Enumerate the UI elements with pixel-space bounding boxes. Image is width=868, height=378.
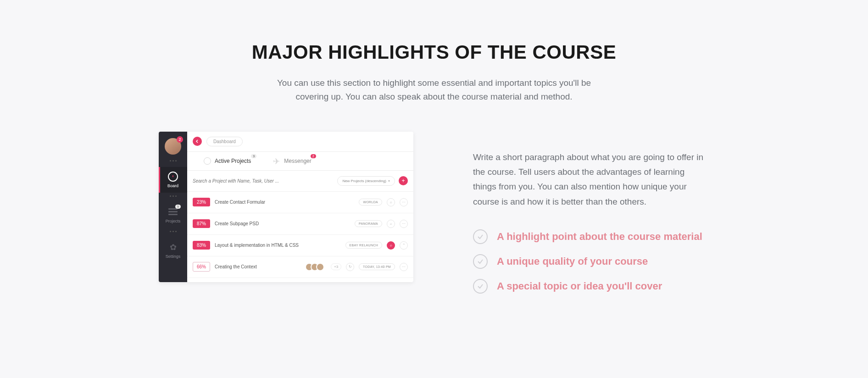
tab-badge: 2 [311,154,316,158]
check-icon [473,254,488,269]
search-icon[interactable]: ⌕ [387,220,395,228]
highlight-text: A highlight point about the course mater… [497,231,702,243]
highlight-item: A highlight point about the course mater… [473,229,709,244]
tab-active-projects[interactable]: Active Projects 9 [193,152,262,170]
more-icon[interactable]: ⋯ [400,220,408,228]
row-title: Create Contact Formular [215,200,354,205]
avatar-badge: 2 [177,136,183,143]
highlight-item: A special topic or idea you'll cover [473,279,709,294]
section-title: MAJOR HIGHLIGHTS OF THE COURSE [159,41,709,63]
dots-icon [170,231,177,232]
tab-bar: Active Projects 9 ✈ Messenger 2 [187,152,413,171]
tab-label: Active Projects [215,158,251,164]
tab-label: Messenger [284,158,311,164]
nav-label: Projects [166,219,181,223]
highlight-text: A special topic or idea you'll cover [497,280,662,292]
search-input[interactable] [193,178,337,183]
chevron-left-icon [195,139,200,144]
topbar: Dashboard [187,132,413,152]
extra-count: +3 [331,263,341,270]
highlight-text: A unique quality of your course [497,256,648,267]
more-icon[interactable]: ⋯ [400,198,408,206]
back-button[interactable] [193,137,202,146]
avatar[interactable]: 2 [165,138,181,155]
row-tag: WORLDA [359,199,382,206]
check-icon [473,229,488,244]
row-title: Creating the Context [215,264,300,269]
tab-messenger[interactable]: ✈ Messenger 2 [262,152,322,170]
breadcrumb[interactable]: Dashboard [206,137,243,146]
chevron-up-icon[interactable]: ⌃ [400,241,408,250]
gauge-icon [168,172,178,182]
table-row[interactable]: 66% Creating the Context +3 ↻ TODAY, 13:… [187,256,413,278]
check-icon [473,279,488,294]
paper-plane-icon: ✈ [273,157,280,165]
tab-badge: 9 [251,154,256,158]
clock-icon [204,157,211,165]
course-description: Write a short paragraph about what you a… [473,150,709,209]
row-tag: EBAY RELAUNCH [345,242,382,249]
mock-sidebar: 2 Board 9 Proj [159,132,187,282]
nav-label: Settings [166,254,181,259]
add-button[interactable]: + [399,176,408,185]
nav-board[interactable]: Board [159,167,187,193]
app-screenshot: 2 Board 9 Proj [159,132,413,282]
table-row[interactable]: 87% Create Subpage PSD PANORAMA ⌕ ⋯ [187,213,413,235]
row-title: Layout & implementation in HTML & CSS [215,243,341,248]
nav-projects[interactable]: 9 Projects [159,202,187,228]
search-bar: New Projects (descending) ▾ + [187,171,413,192]
search-icon[interactable]: ⌕ [387,241,395,250]
svg-point-0 [172,176,173,177]
highlight-list: A highlight point about the course mater… [473,229,709,294]
section-subtitle: You can use this section to highlight so… [264,76,604,104]
percent-badge: 83% [193,241,210,250]
row-title: Create Subpage PSD [215,221,350,226]
sort-label: New Projects (descending) [342,179,386,183]
sort-dropdown[interactable]: New Projects (descending) ▾ [337,176,395,186]
refresh-icon[interactable]: ↻ [346,263,354,271]
more-icon[interactable]: ⋯ [400,263,408,271]
search-icon[interactable]: ⌕ [387,198,395,206]
nav-badge: 9 [175,205,181,209]
row-tag: PANORAMA [355,220,382,227]
dots-icon [170,195,177,197]
mock-main: Dashboard Active Projects 9 ✈ Messenger … [187,132,413,282]
table-row[interactable]: 83% Layout & implementation in HTML & CS… [187,235,413,256]
nav-settings[interactable]: ✿ Settings [159,238,187,263]
highlight-item: A unique quality of your course [473,254,709,269]
percent-badge: 87% [193,219,210,228]
dots-icon [170,160,177,161]
percent-badge: 66% [193,262,210,272]
table-row[interactable]: 23% Create Contact Formular WORLDA ⌕ ⋯ [187,192,413,213]
avatar-stack [305,263,324,271]
nav-label: Board [167,183,178,188]
project-list: 23% Create Contact Formular WORLDA ⌕ ⋯ 8… [187,192,413,278]
time-label: TODAY, 13:40 PM [359,263,395,270]
percent-badge: 23% [193,198,210,206]
chevron-down-icon: ▾ [388,179,390,183]
gear-icon: ✿ [168,242,178,252]
